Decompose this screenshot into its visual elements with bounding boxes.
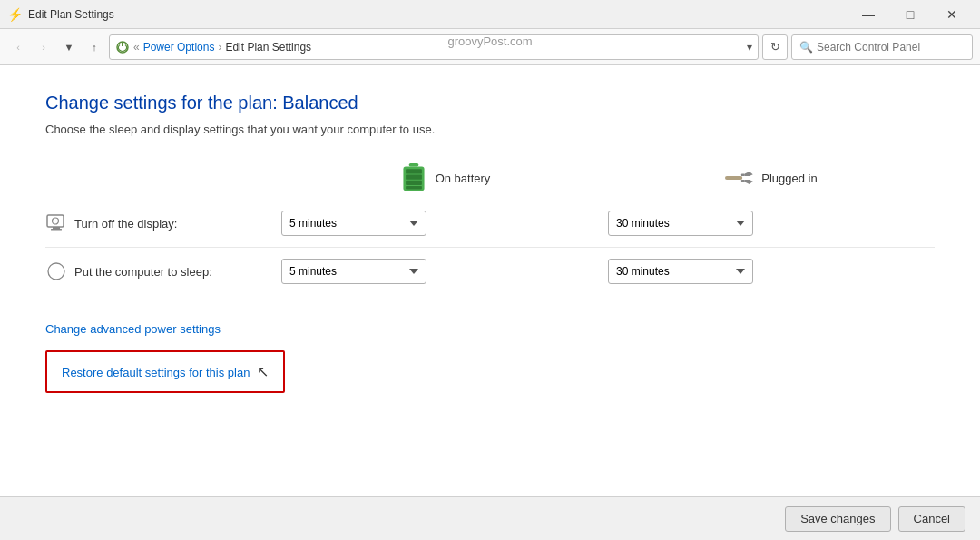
breadcrumb-icon	[115, 40, 130, 54]
sleep-label: Put the computer to sleep:	[45, 250, 281, 293]
sleep-plugged-cell: 30 minutes 1 minute 2 minutes 3 minutes …	[608, 248, 935, 295]
breadcrumb-separator0: «	[133, 41, 140, 54]
address-bar: ‹ › ▼ ↑ « Power Options › Edit Plan Sett…	[0, 29, 980, 65]
save-button[interactable]: Save changes	[785, 506, 890, 532]
plug-icon	[725, 163, 754, 192]
svg-rect-5	[406, 174, 422, 179]
title-bar: ⚡ Edit Plan Settings — □ ✕	[0, 0, 980, 29]
svg-rect-9	[741, 174, 745, 177]
advanced-power-settings-link[interactable]: Change advanced power settings	[45, 322, 220, 336]
back-button[interactable]: ‹	[7, 36, 29, 58]
svg-rect-2	[408, 163, 418, 167]
svg-rect-7	[406, 186, 422, 190]
svg-rect-8	[725, 176, 742, 180]
svg-rect-10	[741, 180, 745, 182]
display-battery-select[interactable]: 5 minutes 1 minute 2 minutes 3 minutes 1…	[281, 211, 426, 236]
breadcrumb-box: « Power Options › Edit Plan Settings ▾	[109, 34, 759, 60]
close-button[interactable]: ✕	[931, 3, 973, 26]
footer: Save changes Cancel	[0, 496, 980, 540]
svg-point-15	[48, 263, 64, 280]
svg-rect-1	[122, 42, 123, 46]
search-box[interactable]: 🔍	[791, 34, 973, 60]
breadcrumb-separator1: ›	[218, 41, 221, 54]
main-content: Change settings for the plan: Balanced C…	[0, 65, 980, 496]
svg-rect-13	[51, 229, 62, 231]
breadcrumb-dropdown-icon: ▾	[747, 41, 752, 54]
cursor-indicator: ↖	[257, 363, 269, 380]
sleep-battery-cell: 5 minutes 1 minute 2 minutes 3 minutes 1…	[281, 248, 608, 295]
settings-grid: On battery Plugged in	[45, 163, 935, 295]
display-plugged-select[interactable]: 30 minutes 1 minute 2 minutes 3 minutes …	[608, 211, 753, 236]
display-icon	[45, 212, 67, 234]
svg-rect-4	[406, 169, 422, 173]
search-icon: 🔍	[799, 41, 813, 54]
app-icon: ⚡	[7, 7, 23, 22]
svg-rect-6	[406, 181, 422, 185]
dropdown-button[interactable]: ▼	[58, 36, 80, 58]
column-header-plugged: Plugged in	[608, 163, 935, 192]
links-section: Change advanced power settings Restore d…	[45, 322, 935, 393]
svg-point-14	[53, 218, 59, 224]
breadcrumb-current: Edit Plan Settings	[225, 41, 311, 54]
up-button[interactable]: ↑	[83, 36, 105, 58]
breadcrumb-power-options[interactable]: Power Options	[143, 41, 215, 54]
column-header-battery: On battery	[281, 163, 608, 192]
restore-defaults-link[interactable]: Restore default settings for this plan	[62, 366, 250, 379]
sleep-icon	[45, 260, 67, 282]
maximize-button[interactable]: □	[889, 3, 931, 26]
svg-rect-12	[53, 227, 60, 229]
svg-rect-11	[47, 215, 64, 227]
battery-label: On battery	[436, 172, 491, 185]
battery-icon	[399, 163, 428, 192]
window-title: Edit Plan Settings	[28, 8, 114, 21]
forward-button[interactable]: ›	[33, 36, 54, 58]
sleep-plugged-select[interactable]: 30 minutes 1 minute 2 minutes 3 minutes …	[608, 259, 753, 284]
turn-off-display-label: Turn off the display:	[45, 201, 281, 245]
display-plugged-cell: 30 minutes 1 minute 2 minutes 3 minutes …	[608, 200, 935, 247]
search-input[interactable]	[817, 41, 965, 54]
page-heading: Change settings for the plan: Balanced	[45, 93, 935, 113]
window-controls: — □ ✕	[848, 3, 973, 26]
refresh-button[interactable]: ↻	[762, 34, 788, 60]
plugged-label: Plugged in	[761, 172, 817, 185]
restore-box: Restore default settings for this plan ↖	[45, 350, 285, 393]
sleep-battery-select[interactable]: 5 minutes 1 minute 2 minutes 3 minutes 1…	[281, 259, 426, 284]
minimize-button[interactable]: —	[848, 3, 889, 26]
page-subtitle: Choose the sleep and display settings th…	[45, 123, 935, 136]
display-battery-cell: 5 minutes 1 minute 2 minutes 3 minutes 1…	[281, 200, 608, 247]
cancel-button[interactable]: Cancel	[898, 506, 965, 532]
